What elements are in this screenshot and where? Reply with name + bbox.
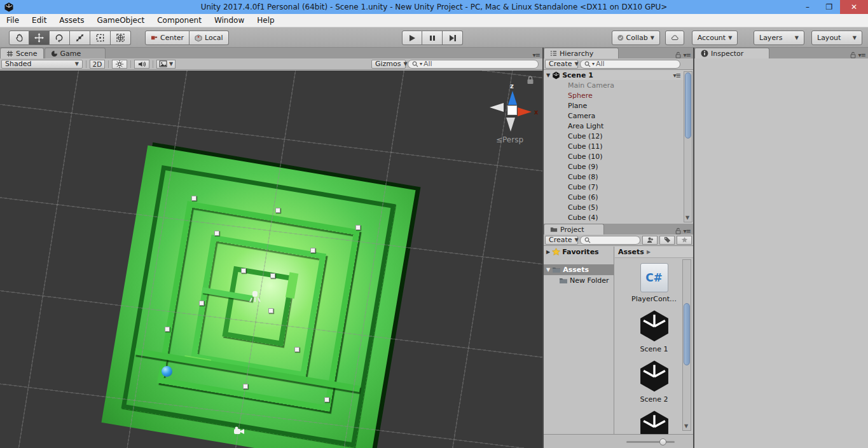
gizmos-dropdown[interactable]: Gizmos ▼ [371, 60, 406, 69]
menu-window[interactable]: Window [208, 14, 251, 27]
layout-dropdown[interactable]: Layout ▼ [811, 31, 862, 45]
layers-dropdown[interactable]: Layers ▼ [754, 31, 804, 45]
title-bar[interactable]: Unity 2017.4.0f1 Personal (64bit) - Scen… [0, 0, 868, 14]
menu-edit[interactable]: Edit [25, 14, 53, 27]
tab-hierarchy[interactable]: Hierarchy [544, 48, 619, 58]
menu-help[interactable]: Help [251, 14, 280, 27]
asset-zoom-knob[interactable] [659, 438, 666, 445]
audio-toggle-button[interactable] [134, 60, 149, 69]
axis-z-cone[interactable] [508, 91, 517, 105]
menu-assets[interactable]: Assets [53, 14, 90, 27]
cube-object[interactable] [243, 384, 248, 389]
cube-object[interactable] [191, 196, 196, 201]
hierarchy-item[interactable]: Cube (8) [544, 172, 693, 182]
hierarchy-item[interactable]: Main Camera [544, 80, 693, 90]
pivot-toggle-button[interactable]: Center [145, 31, 189, 45]
breadcrumb[interactable]: Assets ▶ [615, 247, 693, 258]
tab-project[interactable]: Project [544, 224, 604, 234]
lock-icon[interactable] [850, 51, 856, 58]
project-panel-menu-icon[interactable]: ▾≡ [684, 227, 691, 234]
search-by-label-button[interactable] [659, 236, 675, 245]
cube-object[interactable] [294, 347, 300, 352]
lock-icon[interactable] [527, 76, 534, 85]
hierarchy-item[interactable]: Camera [544, 111, 693, 121]
play-button[interactable] [402, 31, 422, 45]
maze-wall-center[interactable] [222, 266, 294, 346]
menu-component[interactable]: Component [151, 14, 208, 27]
effects-dropdown-button[interactable]: ▼ [156, 60, 176, 69]
hierarchy-scrollbar[interactable]: ▼ [684, 71, 692, 222]
tab-game[interactable]: Game [45, 48, 106, 58]
lock-icon[interactable] [675, 227, 681, 234]
scale-tool-button[interactable] [70, 31, 90, 45]
draw-mode-dropdown[interactable]: Shaded ▼ [1, 60, 83, 69]
assets-folder-item[interactable]: ▼ Assets [544, 264, 614, 275]
menu-gameobject[interactable]: GameObject [90, 14, 151, 27]
cube-object[interactable] [268, 308, 273, 313]
hierarchy-item[interactable]: Cube (9) [544, 161, 693, 172]
collab-button[interactable]: Collab ▼ [612, 31, 660, 45]
step-button[interactable] [443, 31, 463, 45]
hierarchy-item[interactable]: Cube (11) [544, 141, 693, 151]
project-scroll-thumb[interactable] [684, 303, 690, 365]
transform-combined-tool-button[interactable] [111, 31, 131, 45]
persp-toggle[interactable]: ≤Persp [496, 135, 523, 144]
hand-tool-button[interactable] [9, 31, 29, 45]
hierarchy-item[interactable]: Plane [544, 100, 693, 111]
hierarchy-item[interactable]: Cube (10) [544, 151, 693, 161]
restore-button[interactable]: ❐ [818, 0, 840, 14]
hierarchy-scroll-thumb[interactable] [685, 72, 691, 139]
cube-object[interactable] [355, 225, 361, 230]
cube-object[interactable] [214, 231, 219, 236]
asset-item-scene[interactable]: Scene 2 [615, 358, 693, 404]
cube-object[interactable] [165, 327, 170, 332]
rotate-tool-button[interactable] [50, 31, 70, 45]
asset-item-scene[interactable] [615, 409, 693, 434]
scroll-down-arrow[interactable]: ▼ [684, 423, 688, 429]
close-button[interactable]: ✕ [840, 0, 868, 14]
inspector-panel-menu-icon[interactable]: ▾≡ [858, 51, 865, 58]
toggle-2d-button[interactable]: 2D [90, 60, 105, 69]
space-toggle-button[interactable]: Local [189, 31, 229, 45]
foldout-arrow[interactable]: ▼ [546, 72, 550, 78]
asset-item-script[interactable]: C# PlayerCont… [615, 263, 693, 303]
cloud-button[interactable] [665, 31, 684, 45]
menu-file[interactable]: File [0, 14, 25, 27]
account-dropdown[interactable]: Account ▼ [692, 31, 738, 45]
new-folder-item[interactable]: New Folder [544, 275, 614, 286]
cube-object[interactable] [324, 397, 329, 402]
axis-cone-left[interactable] [490, 103, 504, 112]
hierarchy-item[interactable]: Cube (12) [544, 131, 693, 141]
scene-viewport[interactable]: z x ≤Persp [0, 71, 542, 448]
hierarchy-item[interactable]: Cube (4) [544, 212, 693, 222]
project-create-button[interactable]: Create ▼ [545, 236, 578, 245]
hierarchy-create-button[interactable]: Create ▼ [545, 60, 578, 69]
hierarchy-item[interactable]: Area Light [544, 121, 693, 131]
axis-cone-down[interactable] [506, 118, 515, 132]
asset-item-scene[interactable]: Scene 1 [615, 308, 693, 353]
axis-x-cone[interactable] [518, 107, 532, 116]
cube-object[interactable] [270, 273, 275, 278]
lighting-toggle-button[interactable] [112, 60, 127, 69]
hierarchy-search-input[interactable]: ▾ All [580, 60, 680, 69]
hierarchy-item[interactable]: Sphere [544, 90, 693, 100]
hierarchy-item[interactable]: Cube (6) [544, 192, 693, 202]
lock-icon[interactable] [675, 51, 681, 58]
rect-tool-button[interactable] [90, 31, 111, 45]
search-by-type-button[interactable] [642, 236, 658, 245]
hierarchy-panel-menu-icon[interactable]: ▾≡ [684, 51, 691, 58]
move-tool-button[interactable] [29, 31, 50, 45]
scene-panel-menu-icon[interactable]: ▾≡ [533, 51, 540, 58]
hierarchy-item[interactable]: Cube (7) [544, 182, 693, 192]
asset-zoom-slider[interactable] [626, 441, 675, 443]
pause-button[interactable] [422, 31, 443, 45]
favorites-foldout[interactable]: ▶ Favorites [544, 247, 614, 257]
scroll-down-arrow[interactable]: ▼ [685, 215, 689, 221]
camera-gizmo-icon[interactable] [233, 426, 245, 435]
cube-object[interactable] [199, 301, 204, 306]
scene-search-input[interactable]: ▾ All [408, 60, 539, 69]
sphere-object[interactable] [162, 366, 172, 377]
cube-object[interactable] [310, 248, 315, 253]
cube-object[interactable] [241, 268, 246, 273]
favorites-star-button[interactable] [677, 236, 692, 245]
